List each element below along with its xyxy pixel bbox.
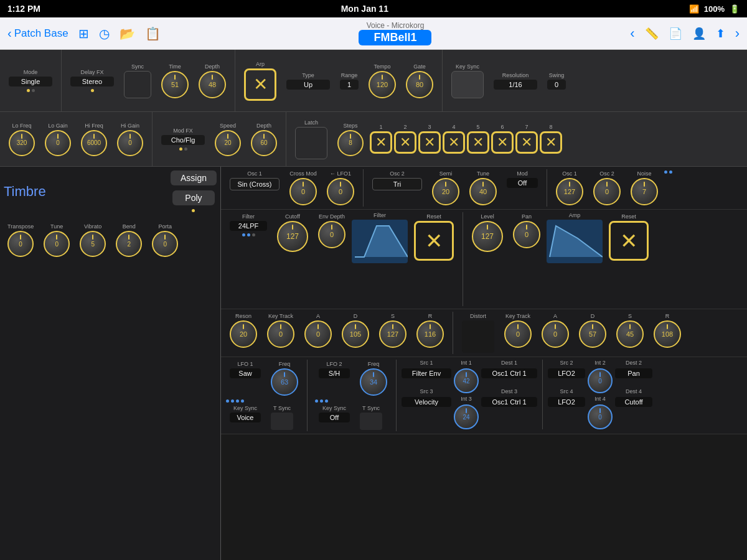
gate-knob[interactable]: 80 bbox=[406, 71, 433, 98]
step-5[interactable]: 5 ✕ bbox=[467, 124, 489, 154]
semi-knob[interactable]: 20 bbox=[432, 178, 459, 205]
folder-icon[interactable]: 📂 bbox=[120, 26, 135, 41]
depth-knob[interactable]: 48 bbox=[199, 71, 226, 98]
assign-button[interactable]: Assign bbox=[171, 170, 217, 185]
src4-value[interactable]: LFO2 bbox=[548, 397, 585, 407]
osc2mod-value[interactable]: Off bbox=[507, 178, 538, 188]
osc1-wave[interactable]: Sin (Cross) bbox=[230, 178, 280, 190]
lfo1-keysync-value[interactable]: Voice bbox=[230, 413, 261, 422]
mode-value[interactable]: Single bbox=[9, 77, 52, 86]
tempo-knob[interactable]: 120 bbox=[369, 71, 396, 98]
back-label[interactable]: Patch Base bbox=[14, 27, 68, 40]
step-1[interactable]: 1 ✕ bbox=[370, 124, 392, 154]
nav-prev-icon[interactable]: ‹ bbox=[630, 26, 634, 42]
upload-icon[interactable]: ⬆ bbox=[716, 27, 725, 40]
nav-next-icon[interactable]: › bbox=[735, 26, 740, 42]
vibrato-knob[interactable]: 5 bbox=[80, 231, 106, 257]
step-6[interactable]: 6 ✕ bbox=[491, 124, 514, 154]
speed-knob[interactable]: 20 bbox=[215, 130, 241, 156]
arp-toggle[interactable]: ✕ bbox=[244, 68, 276, 101]
lofreq-knob[interactable]: 320 bbox=[9, 130, 35, 156]
grid-icon[interactable]: ⊞ bbox=[78, 26, 89, 41]
int1-knob[interactable]: 42 bbox=[454, 368, 479, 393]
step-7-btn[interactable]: ✕ bbox=[515, 131, 538, 154]
moddepth-knob[interactable]: 60 bbox=[251, 130, 277, 156]
dest1-value[interactable]: Osc1 Ctrl 1 bbox=[481, 368, 537, 378]
step-8[interactable]: 8 ✕ bbox=[540, 124, 562, 154]
porta-knob[interactable]: 0 bbox=[152, 231, 178, 257]
step-2-btn[interactable]: ✕ bbox=[394, 131, 416, 154]
filter-s-knob[interactable]: 127 bbox=[379, 320, 406, 348]
step-8-btn[interactable]: ✕ bbox=[540, 131, 562, 154]
patch-name[interactable]: FMBell1 bbox=[359, 30, 431, 45]
ruler-icon[interactable]: 📏 bbox=[645, 27, 659, 40]
lfo2-keysync-value[interactable]: Off bbox=[319, 413, 350, 422]
poly-button[interactable]: Poly bbox=[172, 190, 214, 205]
cutoff-knob[interactable]: 127 bbox=[277, 221, 308, 252]
keysync-box[interactable] bbox=[451, 71, 484, 98]
hifreq-knob[interactable]: 6000 bbox=[81, 130, 107, 156]
clock-icon[interactable]: ◷ bbox=[99, 26, 110, 41]
src2-value[interactable]: LFO2 bbox=[548, 368, 585, 378]
mixer-noise-knob[interactable]: 7 bbox=[631, 178, 658, 205]
modfx-value[interactable]: Cho/Flg bbox=[161, 135, 205, 145]
new-doc-icon[interactable]: 📄 bbox=[669, 27, 682, 40]
higain-knob[interactable]: 0 bbox=[117, 130, 143, 156]
lfo2-tsync-toggle[interactable] bbox=[360, 413, 382, 430]
dest4-value[interactable]: Cutoff bbox=[615, 397, 652, 407]
lfo1-freq-knob[interactable]: 63 bbox=[271, 368, 298, 396]
step-4-btn[interactable]: ✕ bbox=[443, 131, 465, 154]
filter-a-knob[interactable]: 0 bbox=[304, 320, 332, 348]
steps-knob[interactable]: 8 bbox=[337, 130, 364, 156]
bend-knob[interactable]: 2 bbox=[116, 231, 142, 257]
step-3-btn[interactable]: ✕ bbox=[418, 131, 441, 154]
step-4[interactable]: 4 ✕ bbox=[443, 124, 465, 154]
step-2[interactable]: 2 ✕ bbox=[394, 124, 416, 154]
mixer-osc1-knob[interactable]: 127 bbox=[556, 178, 583, 205]
amp-a-knob[interactable]: 0 bbox=[542, 320, 569, 348]
int3-knob[interactable]: 24 bbox=[454, 404, 479, 429]
int4-knob[interactable]: 0 bbox=[588, 404, 613, 429]
step-7[interactable]: 7 ✕ bbox=[515, 124, 538, 154]
filter-r-knob[interactable]: 116 bbox=[416, 320, 444, 348]
resolution-value[interactable]: 1/16 bbox=[494, 80, 537, 90]
reson-knob[interactable]: 20 bbox=[230, 320, 257, 348]
range-value[interactable]: 1 bbox=[340, 80, 359, 90]
lfo1-wave-value[interactable]: Saw bbox=[230, 368, 261, 378]
delayfx-value[interactable]: Stereo bbox=[70, 77, 114, 86]
lfo2-freq-knob[interactable]: 34 bbox=[360, 368, 387, 396]
step-1-btn[interactable]: ✕ bbox=[370, 131, 392, 154]
tune-knob[interactable]: 0 bbox=[44, 231, 70, 257]
sync-toggle[interactable] bbox=[124, 71, 151, 98]
envdepth-knob[interactable]: 0 bbox=[318, 221, 345, 248]
amp-r-knob[interactable]: 108 bbox=[654, 320, 681, 348]
pan-knob[interactable]: 0 bbox=[513, 221, 540, 248]
step-6-btn[interactable]: ✕ bbox=[491, 131, 514, 154]
dest2-value[interactable]: Pan bbox=[615, 368, 652, 378]
int2-knob[interactable]: 0 bbox=[588, 368, 613, 393]
crossmod-knob[interactable]: 0 bbox=[289, 178, 317, 205]
lfo1-tsync-toggle[interactable] bbox=[271, 413, 293, 430]
filter-type-value[interactable]: 24LPF bbox=[230, 221, 267, 231]
dest3-value[interactable]: Osc1 Ctrl 1 bbox=[481, 397, 537, 407]
step-3[interactable]: 3 ✕ bbox=[418, 124, 441, 154]
arptype-value[interactable]: Up bbox=[286, 80, 330, 90]
src3-value[interactable]: Velocity bbox=[402, 397, 451, 407]
back-button[interactable]: ‹ Patch Base bbox=[7, 26, 68, 40]
amp-keytrack-knob[interactable]: 0 bbox=[504, 320, 532, 348]
transpose-knob[interactable]: 0 bbox=[7, 231, 34, 257]
lfo1-knob[interactable]: 0 bbox=[327, 178, 354, 205]
time-knob[interactable]: 51 bbox=[161, 71, 189, 98]
mixer-osc2-knob[interactable]: 0 bbox=[593, 178, 621, 205]
person-icon[interactable]: 👤 bbox=[692, 27, 706, 40]
lfo2-wave-value[interactable]: S/H bbox=[319, 368, 350, 378]
amp-reset-btn[interactable]: ✕ bbox=[609, 221, 649, 261]
amp-s-knob[interactable]: 45 bbox=[616, 320, 644, 348]
doc-icon[interactable]: 📋 bbox=[145, 26, 161, 41]
logain-knob[interactable]: 0 bbox=[45, 130, 71, 156]
src1-value[interactable]: Filter Env bbox=[402, 368, 451, 378]
level-knob[interactable]: 127 bbox=[472, 221, 503, 252]
filter-keytrack-knob[interactable]: 0 bbox=[267, 320, 294, 348]
step-5-btn[interactable]: ✕ bbox=[467, 131, 489, 154]
filter-reset-btn[interactable]: ✕ bbox=[414, 221, 454, 261]
